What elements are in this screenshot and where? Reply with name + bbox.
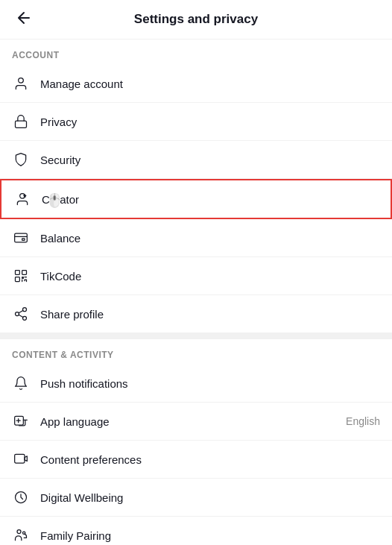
qr-icon <box>12 267 30 285</box>
family-pairing-label: Family Pairing <box>40 529 380 542</box>
svg-rect-3 <box>15 233 28 242</box>
push-notifications-label: Push notifications <box>40 377 380 390</box>
push-notifications-item[interactable]: Push notifications <box>0 365 392 403</box>
clock-icon <box>12 488 30 506</box>
balance-label: Balance <box>40 232 380 245</box>
share-profile-item[interactable]: Share profile <box>0 295 392 333</box>
svg-rect-1 <box>16 121 27 127</box>
svg-rect-14 <box>15 454 25 463</box>
content-activity-section-label: CONTENT & ACTIVITY <box>0 339 392 365</box>
svg-point-8 <box>23 308 27 312</box>
content-activity-section: CONTENT & ACTIVITY Push notifications Ap… <box>0 339 392 545</box>
svg-rect-6 <box>22 271 27 275</box>
manage-account-item[interactable]: Manage account <box>0 65 392 103</box>
svg-point-10 <box>23 316 27 320</box>
svg-line-12 <box>19 310 23 312</box>
person-icon <box>12 75 30 92</box>
header: Settings and privacy <box>0 0 392 40</box>
family-pairing-item[interactable]: Family Pairing <box>0 517 392 545</box>
privacy-label: Privacy <box>40 116 380 128</box>
svg-point-9 <box>16 312 19 316</box>
app-language-label: App language <box>40 415 346 428</box>
creator-icon <box>13 190 31 208</box>
privacy-item[interactable]: Privacy <box>0 103 392 141</box>
digital-wellbeing-item[interactable]: Digital Wellbeing <box>0 479 392 517</box>
shield-icon <box>12 151 30 168</box>
share-icon <box>12 305 30 323</box>
manage-account-label: Manage account <box>40 78 380 90</box>
section-divider <box>0 333 392 339</box>
app-language-value: English <box>346 415 380 427</box>
svg-rect-5 <box>16 271 20 275</box>
svg-point-16 <box>17 530 21 534</box>
wallet-icon <box>12 229 30 247</box>
back-button[interactable] <box>12 6 36 34</box>
family-icon <box>12 526 30 544</box>
share-profile-label: Share profile <box>40 308 380 321</box>
account-section: ACCOUNT Manage account Privacy Security <box>0 40 392 333</box>
account-section-label: ACCOUNT <box>0 40 392 65</box>
tikcode-item[interactable]: TikCode <box>0 257 392 295</box>
tikcode-label: TikCode <box>40 270 380 283</box>
creator-label: Creator <box>42 193 379 206</box>
content-preferences-item[interactable]: Content preferences <box>0 441 392 479</box>
creator-item[interactable]: Creator 🖱️ <box>0 179 392 219</box>
svg-rect-7 <box>16 277 20 282</box>
video-icon <box>12 450 30 468</box>
translate-icon <box>12 412 30 430</box>
security-label: Security <box>40 154 380 166</box>
balance-item[interactable]: Balance <box>0 219 392 257</box>
svg-line-11 <box>19 315 23 317</box>
app-language-item[interactable]: App language English <box>0 403 392 441</box>
page-title: Settings and privacy <box>134 12 258 27</box>
content-preferences-label: Content preferences <box>40 453 380 466</box>
svg-point-0 <box>19 78 24 84</box>
lock-icon <box>12 113 30 130</box>
svg-rect-4 <box>22 239 25 241</box>
bell-icon <box>12 374 30 392</box>
digital-wellbeing-label: Digital Wellbeing <box>40 491 380 504</box>
security-item[interactable]: Security <box>0 141 392 179</box>
